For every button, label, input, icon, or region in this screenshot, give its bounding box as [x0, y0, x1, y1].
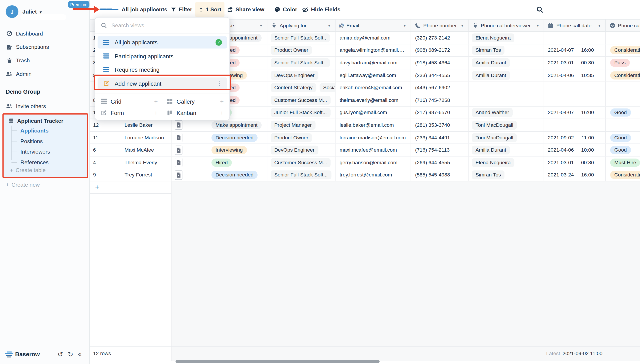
cell-applying-for[interactable]: Content StrategySocial Media Manager — [267, 82, 336, 94]
undo-button[interactable]: ↺ — [58, 351, 63, 358]
chevron-down-icon[interactable]: ▼ — [461, 24, 464, 28]
view-type-grid[interactable]: Grid+ — [101, 96, 158, 107]
cell-interviewer[interactable] — [469, 82, 544, 94]
chevron-down-icon[interactable]: ▼ — [327, 24, 331, 28]
cell-email[interactable]: davy.bartram@email.com — [336, 57, 411, 69]
cell-phone-number[interactable]: (908) 689-2172 — [411, 44, 469, 56]
cell-applying-for[interactable]: DevOps Engineer — [267, 144, 336, 156]
column-header-phone_call_interviewer[interactable]: Phone call interviewer▼ — [469, 20, 544, 31]
pdf-file-icon[interactable] — [175, 170, 182, 180]
cell-cv[interactable] — [171, 119, 208, 131]
cell-phone-call[interactable] — [606, 82, 640, 94]
cell-phone-call-date[interactable] — [544, 32, 605, 44]
cell-phone-number[interactable]: (281) 353-3740 — [411, 119, 469, 131]
column-header-email[interactable]: @Email▼ — [336, 20, 411, 31]
collapse-sidebar-button[interactable]: « — [78, 351, 82, 358]
sidebar-item-dashboard[interactable]: Dashboard — [0, 28, 90, 39]
baserow-logo-text[interactable]: Baserow — [15, 351, 40, 357]
cell-name[interactable]: 4Thelma Everly — [90, 156, 171, 168]
cell-phone-number[interactable]: (716) 754-2113 — [411, 144, 469, 156]
chevron-down-icon[interactable]: ▼ — [259, 24, 263, 28]
cell-name[interactable]: 11Lorraine Madison — [90, 132, 171, 144]
cell-phone-call[interactable]: Good — [606, 132, 640, 144]
sidebar-item-invite-others[interactable]: Invite others — [0, 100, 90, 112]
view-item-requires-meeting[interactable]: Requires meeting — [98, 64, 227, 76]
cell-phase[interactable]: Interviewing — [208, 144, 267, 156]
cell-applying-for[interactable]: Product Owner — [267, 132, 336, 144]
cell-cv[interactable] — [171, 144, 208, 156]
cell-email[interactable]: egill.attaway@email.com — [336, 69, 411, 81]
pdf-file-icon[interactable] — [175, 158, 182, 167]
cell-phone-call[interactable]: Consideration — [606, 169, 640, 181]
add-row-button[interactable]: + — [90, 182, 171, 194]
cell-cv[interactable] — [171, 132, 208, 144]
cell-applying-for[interactable]: Customer Success M... — [267, 94, 336, 106]
create-new-button[interactable]: + Create new — [6, 181, 40, 188]
add-view-icon[interactable]: + — [220, 109, 224, 116]
cell-phone-call[interactable]: Consideration — [606, 44, 640, 56]
cell-phone-call[interactable]: Good — [606, 106, 640, 118]
cell-applying-for[interactable]: Senior Full Stack Soft... — [267, 169, 336, 181]
cell-interviewer[interactable]: Elena Nogueira — [469, 32, 544, 44]
create-table-button[interactable]: + Create table — [10, 166, 46, 174]
hide-fields-button[interactable]: Hide Fields — [302, 0, 340, 19]
cell-email[interactable]: angela.wilmington@email.com — [336, 44, 411, 56]
cell-phone-call-date[interactable] — [544, 82, 605, 94]
search-views-input[interactable] — [111, 22, 210, 29]
pdf-file-icon[interactable] — [175, 120, 182, 130]
cell-interviewer[interactable]: Amilia Durant — [469, 69, 544, 81]
redo-button[interactable]: ↻ — [68, 351, 73, 358]
cell-interviewer[interactable]: Amilia Durant — [469, 144, 544, 156]
cell-email[interactable]: trey.forrest@email.com — [336, 169, 411, 181]
cell-applying-for[interactable]: Customer Success M... — [267, 156, 336, 168]
view-type-kanban[interactable]: Kanban+ — [167, 107, 224, 118]
cell-email[interactable]: amira.day@email.com — [336, 32, 411, 44]
cell-phone-call[interactable]: Consideration — [606, 69, 640, 81]
view-options-button[interactable]: ••• — [153, 0, 157, 19]
cell-interviewer[interactable]: Amilia Durant — [469, 57, 544, 69]
cell-email[interactable]: gus.lyon@email.com — [336, 106, 411, 118]
cell-phone-number[interactable]: (320) 273-2142 — [411, 32, 469, 44]
cell-phone-number[interactable]: (443) 567-6902 — [411, 82, 469, 94]
view-type-gallery[interactable]: Gallery+ — [167, 96, 224, 107]
sidebar-table-positions[interactable]: Positions — [21, 136, 43, 146]
cell-phone-call[interactable] — [606, 94, 640, 106]
cell-phone-call-date[interactable]: 2021-03-0100:30 — [544, 57, 605, 69]
cell-applying-for[interactable]: Senior Full Stack Soft.. — [267, 57, 336, 69]
view-type-form[interactable]: Form+ — [101, 107, 158, 118]
share-view-button[interactable]: Share view — [227, 0, 264, 19]
cell-name[interactable]: 12Leslie Baker — [90, 119, 171, 131]
sidebar-table-applicants[interactable]: Applicants — [21, 126, 49, 135]
cell-phone-call[interactable] — [606, 119, 640, 131]
cell-interviewer[interactable] — [469, 94, 544, 106]
cell-phone-call-date[interactable]: 2021-09-0211:00 — [544, 132, 605, 144]
pdf-file-icon[interactable] — [175, 133, 182, 142]
cell-phase[interactable]: Decision needed — [208, 169, 267, 181]
add-view-icon[interactable]: + — [220, 98, 224, 105]
more-options-icon[interactable]: ⋮ — [217, 80, 222, 86]
sidebar-item-trash[interactable]: Trash — [0, 54, 90, 66]
cell-interviewer[interactable]: Anand Walther — [469, 106, 544, 118]
sidebar-item-subscriptions[interactable]: Subscriptions — [0, 41, 90, 52]
user-menu[interactable]: Juliet▼ — [23, 9, 43, 15]
search-icon[interactable] — [536, 6, 543, 13]
cell-phone-number[interactable]: (269) 644-4555 — [411, 156, 469, 168]
cell-interviewer[interactable]: Simran Tos — [469, 169, 544, 181]
cell-name[interactable]: 6Maxi McAfee — [90, 144, 171, 156]
avatar[interactable]: J — [6, 5, 19, 18]
cell-cv[interactable] — [171, 156, 208, 168]
filter-button[interactable]: Filter — [171, 0, 192, 19]
cell-name[interactable]: 9Trey Forrest — [90, 169, 171, 181]
column-header-applying_for[interactable]: Applying for▼ — [267, 20, 336, 31]
cell-phone-call-date[interactable]: 2021-03-0100:30 — [544, 156, 605, 168]
column-header-phone_call_date[interactable]: Phone call date▼ — [544, 20, 605, 31]
cell-phone-call-date[interactable] — [544, 119, 605, 131]
pdf-file-icon[interactable] — [175, 146, 182, 155]
cell-applying-for[interactable]: Senior Full Stack Soft.. — [267, 32, 336, 44]
cell-email[interactable]: thelma.everly@email.com — [336, 94, 411, 106]
cell-interviewer[interactable]: Toni MacDougall — [469, 119, 544, 131]
sidebar-item-admin[interactable]: Admin — [0, 68, 90, 80]
cell-email[interactable]: leslie.baker@email.com — [336, 119, 411, 131]
chevron-down-icon[interactable]: ▼ — [403, 24, 406, 28]
cell-phone-call-date[interactable]: 2021-04-0716:00 — [544, 106, 605, 118]
